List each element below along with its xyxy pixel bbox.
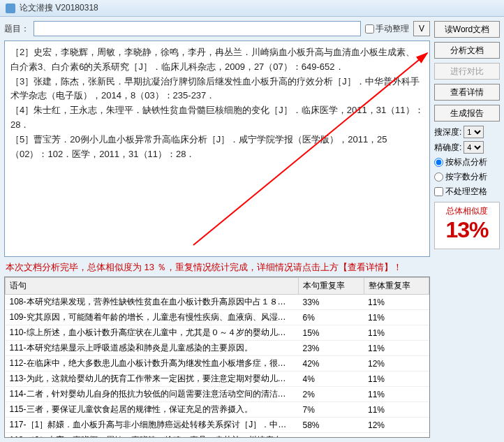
- topic-row: 题目： 手动整理 V: [4, 21, 430, 36]
- table-row[interactable]: 115-三者，要保证儿童饮食起居的规律性，保证充足的营养摄入。7%11%: [6, 402, 429, 418]
- table-row[interactable]: 109-究其原因，可能随着年龄的增长，儿童患有慢性疾病、血液病、风湿及结缔组织疾…: [6, 310, 429, 325]
- status-text: 本次文档分析完毕，总体相似度为 13 ％，重复情况统计完成，详细情况请点击上方【…: [4, 257, 430, 277]
- ignore-spaces-checkbox[interactable]: 不处理空格: [434, 186, 500, 198]
- precision-select[interactable]: 4: [464, 141, 484, 154]
- topic-input[interactable]: [34, 21, 361, 36]
- table-row[interactable]: 110-综上所述，血小板计数升高症状在儿童中，尤其是０～４岁的婴幼儿间较为常见，…: [6, 325, 429, 341]
- similarity-value: 13%: [436, 217, 498, 243]
- read-word-button[interactable]: 读Word文档: [434, 21, 500, 38]
- topic-label: 题目：: [4, 23, 29, 35]
- manual-sort-checkbox[interactable]: 手动整理: [365, 23, 409, 35]
- table-row[interactable]: 111-本研究结果显示上呼吸道感染和肺炎是儿童感染的主要原因。23%11%: [6, 341, 429, 356]
- table-row[interactable]: 118-［2］史宏，李晓辉，周敏，李晓静，徐鸣，李丹，冉丛兰．川崎病血小板升高与…: [6, 433, 429, 439]
- results-table: 语句本句重复率整体重复率 108-本研究结果发现，营养性缺铁性贫血在血小板计数升…: [5, 277, 429, 438]
- col-header-2[interactable]: 整体重复率: [364, 278, 429, 295]
- references-text: ［2］史宏，李晓辉，周敏，李晓静，徐鸣，李丹，冉丛兰．川崎病血小板升高与血清血小…: [10, 45, 424, 161]
- table-row[interactable]: 112-在临床中，绝大多数患儿血小板计数升高为继发性血小板增多症，很少出现症状，…: [6, 356, 429, 371]
- references-panel: ［2］史宏，李晓辉，周敏，李晓静，徐鸣，李丹，冉丛兰．川崎病血小板升高与血清血小…: [4, 40, 430, 257]
- options-panel: 搜深度: 1 精确度: 4 按标点分析 按字数分析 不处理空格: [434, 126, 500, 198]
- analyze-button[interactable]: 分析文档: [434, 42, 500, 59]
- table-row[interactable]: 117-［1］郝嬛．血小板升高与非小细胞肺癌远处转移关系探讨［J］．中国医学创新…: [6, 418, 429, 433]
- precision-label: 精确度:: [434, 142, 461, 154]
- window-title: 论文潜搜 V20180318: [20, 2, 98, 14]
- titlebar: 论文潜搜 V20180318: [0, 0, 504, 17]
- compare-button: 进行对比: [434, 63, 500, 80]
- view-details-button[interactable]: 查看详情: [434, 84, 500, 101]
- table-row[interactable]: 114-二者，针对婴幼儿自身的抵抗力较低的问题需要注意活动空间的清洁和除菌，防止…: [6, 387, 429, 402]
- col-header-1[interactable]: 本句重复率: [299, 278, 364, 295]
- by-chars-radio[interactable]: 按字数分析: [434, 171, 500, 183]
- v-button[interactable]: V: [413, 21, 430, 36]
- results-table-wrap[interactable]: 语句本句重复率整体重复率 108-本研究结果发现，营养性缺铁性贫血在血小板计数升…: [4, 277, 430, 438]
- table-row[interactable]: 113-为此，这就给婴幼儿的抚育工作带来一定困扰，要注意定期对婴幼儿进行营...…: [6, 371, 429, 387]
- similarity-box: 总体相似度 13%: [434, 202, 500, 249]
- table-row[interactable]: 108-本研究结果发现，营养性缺铁性贫血在血小板计数升高原因中占１８．６％，另外…: [6, 295, 429, 310]
- generate-report-button[interactable]: 生成报告: [434, 105, 500, 121]
- app-icon: [6, 3, 15, 13]
- depth-select[interactable]: 1: [464, 126, 484, 138]
- by-punct-radio[interactable]: 按标点分析: [434, 156, 500, 168]
- similarity-label: 总体相似度: [436, 205, 498, 217]
- depth-label: 搜深度:: [434, 126, 461, 138]
- col-header-0[interactable]: 语句: [6, 278, 299, 295]
